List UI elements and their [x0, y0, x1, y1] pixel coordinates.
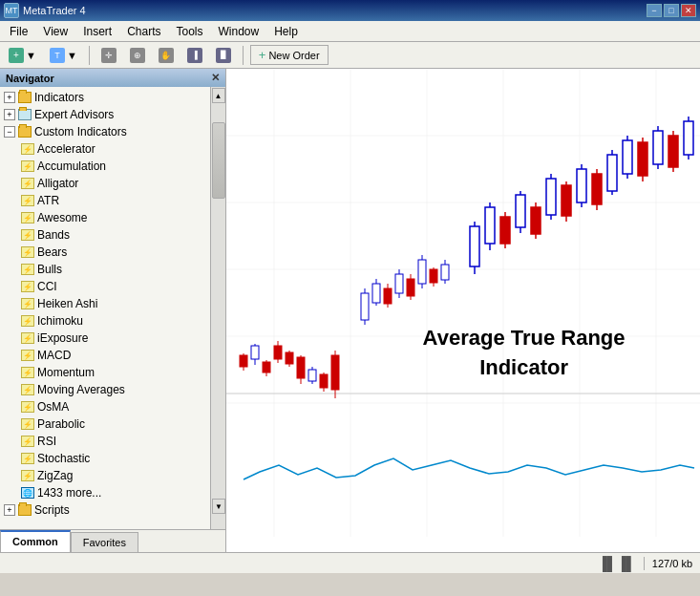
navigator-scrollbar[interactable]: ▲ ▼ [210, 87, 225, 529]
toolbar-candle-btn[interactable]: ▉ [211, 45, 236, 66]
toolbar-new-chart-btn[interactable]: + ▼ [4, 45, 41, 66]
scroll-up-btn[interactable]: ▲ [212, 88, 225, 103]
menu-bar: File View Insert Charts Tools Window Hel… [0, 21, 700, 42]
momentum-icon: ⚡ [21, 367, 34, 378]
tree-row-alligator[interactable]: ⚡ Alligator [0, 175, 225, 192]
close-button[interactable]: ✕ [681, 4, 696, 17]
bears-icon: ⚡ [21, 246, 34, 258]
toolbar-bar-btn[interactable]: ▐ [182, 45, 207, 66]
crosshair-icon: ✛ [101, 48, 117, 63]
toolbar-arrow-down: ▼ [26, 50, 36, 61]
bulls-icon: ⚡ [21, 264, 34, 275]
tree-row-expert-advisors[interactable]: + Expert Advisors [0, 106, 225, 123]
svg-rect-44 [430, 269, 437, 283]
toolbar-sep1 [89, 46, 90, 65]
more-icon: 🌐 [21, 487, 34, 499]
tree-row-osma[interactable]: ⚡ OsMA [0, 398, 225, 415]
rsi-label: RSI [37, 435, 56, 448]
bulls-label: Bulls [37, 263, 62, 276]
tree-row-parabolic[interactable]: ⚡ Parabolic [0, 415, 225, 433]
tree-row-rsi[interactable]: ⚡ RSI [0, 433, 225, 450]
svg-rect-58 [546, 179, 556, 215]
svg-rect-24 [297, 357, 305, 378]
tree-row-scripts[interactable]: + Scripts [0, 501, 225, 519]
momentum-label: Momentum [37, 366, 95, 379]
tab-common[interactable]: Common [0, 530, 71, 552]
macd-icon: ⚡ [21, 350, 34, 361]
navigator-close-button[interactable]: ✕ [211, 72, 220, 84]
tab-favorites[interactable]: Favorites [71, 532, 138, 552]
tree-row-bulls[interactable]: ⚡ Bulls [0, 261, 225, 278]
tree-row-momentum[interactable]: ⚡ Momentum [0, 364, 225, 381]
toolbar-pan-btn[interactable]: ✋ [154, 45, 179, 66]
menu-insert[interactable]: Insert [75, 23, 119, 40]
menu-view[interactable]: View [35, 23, 75, 40]
menu-file[interactable]: File [2, 23, 35, 40]
tree-row-bears[interactable]: ⚡ Bears [0, 244, 225, 261]
awesome-icon: ⚡ [21, 212, 34, 224]
svg-rect-18 [263, 362, 270, 372]
tree-row-iexposure[interactable]: ⚡ iExposure [0, 330, 225, 347]
svg-rect-48 [470, 226, 479, 266]
expand-scripts-icon[interactable]: + [4, 504, 15, 516]
tree-row-bands[interactable]: ⚡ Bands [0, 226, 225, 244]
new-order-button[interactable]: + New Order [250, 45, 329, 65]
accelerator-label: Accelerator [37, 142, 95, 156]
svg-rect-52 [500, 217, 510, 244]
menu-charts[interactable]: Charts [119, 23, 168, 40]
chart-area[interactable]: Average True Range Indicator [226, 69, 700, 552]
tree-row-atr[interactable]: ⚡ ATR [0, 192, 225, 209]
tree-row-moving-averages[interactable]: ⚡ Moving Averages [0, 381, 225, 398]
svg-rect-64 [592, 174, 602, 204]
iexposure-label: iExposure [37, 331, 88, 345]
expand-ci-icon[interactable]: − [4, 126, 15, 138]
menu-tools[interactable]: Tools [169, 23, 211, 40]
status-memory: 127/0 kb [652, 558, 692, 569]
accumulation-icon: ⚡ [21, 160, 34, 172]
ea-folder-icon [18, 109, 32, 120]
expand-ea-icon[interactable]: + [4, 109, 15, 120]
status-bar: ▐▌▐▌ 127/0 kb [0, 552, 700, 573]
tree-row-accelerator[interactable]: ⚡ Accelerator [0, 140, 225, 158]
navigator-title-bar: Navigator ✕ [0, 69, 225, 87]
toolbar-zoom-btn[interactable]: ⊕ [125, 45, 150, 66]
osma-label: OsMA [37, 400, 69, 414]
minimize-button[interactable]: − [647, 4, 662, 17]
indicators-folder-icon [18, 92, 32, 103]
tree-row-cci[interactable]: ⚡ CCI [0, 278, 225, 295]
tree-row-zigzag[interactable]: ⚡ ZigZag [0, 467, 225, 484]
status-bars-icon: ▐▌▐▌ [598, 556, 636, 571]
window-controls[interactable]: − □ ✕ [647, 4, 696, 17]
toolbar-template-btn[interactable]: T ▼ [45, 45, 82, 66]
tree-row-macd[interactable]: ⚡ MACD [0, 347, 225, 364]
tree-row-heiken-ashi[interactable]: ⚡ Heiken Ashi [0, 295, 225, 312]
cci-icon: ⚡ [21, 281, 34, 292]
candle-icon: ▉ [216, 48, 231, 63]
svg-rect-26 [308, 370, 316, 381]
menu-window[interactable]: Window [211, 23, 267, 40]
tree-row-stochastic[interactable]: ⚡ Stochastic [0, 450, 225, 467]
maximize-button[interactable]: □ [664, 4, 679, 17]
expand-indicators-icon[interactable]: + [4, 92, 15, 103]
navigator-panel: Navigator ✕ + Indicators + Expert Adviso… [0, 69, 226, 552]
svg-rect-38 [395, 274, 403, 293]
tree-row-more[interactable]: 🌐 1433 more... [0, 484, 225, 501]
tree-row-custom-indicators[interactable]: − Custom Indicators [0, 123, 225, 140]
parabolic-icon: ⚡ [21, 418, 34, 430]
atr-icon: ⚡ [21, 195, 34, 206]
menu-help[interactable]: Help [266, 23, 306, 40]
scroll-thumb[interactable] [212, 122, 225, 199]
toolbar-crosshair-btn[interactable]: ✛ [96, 45, 121, 66]
ma-label: Moving Averages [37, 383, 125, 396]
tree-row-indicators[interactable]: + Indicators [0, 89, 225, 106]
atr-label: ATR [37, 194, 59, 207]
svg-rect-30 [331, 355, 339, 390]
svg-rect-40 [407, 279, 414, 296]
scroll-down-btn[interactable]: ▼ [212, 499, 225, 514]
tree-row-accumulation[interactable]: ⚡ Accumulation [0, 158, 225, 175]
tree-row-awesome[interactable]: ⚡ Awesome [0, 209, 225, 226]
macd-label: MACD [37, 349, 71, 362]
more-label: 1433 more... [37, 486, 101, 500]
tree-row-ichimoku[interactable]: ⚡ Ichimoku [0, 312, 225, 330]
bands-icon: ⚡ [21, 229, 34, 241]
